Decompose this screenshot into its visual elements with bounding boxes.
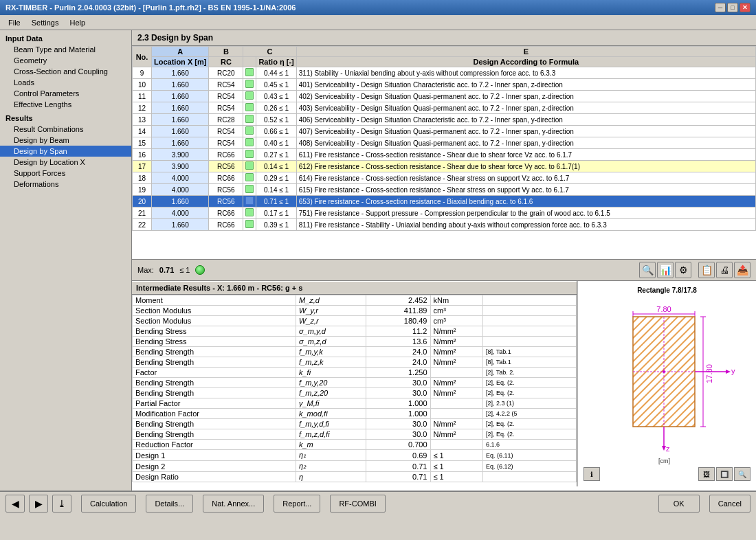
cs-info-btn[interactable]: ℹ (583, 467, 600, 481)
int-cell-symbol: f_m,y,k (296, 347, 366, 357)
view-btn-3[interactable]: ⚙ (675, 262, 691, 278)
sidebar-item-cross-section[interactable]: Cross-Section and Coupling (0, 66, 131, 77)
view-btn-2[interactable]: 📊 (657, 262, 674, 278)
int-cell-value: 2.452 (366, 295, 431, 306)
cs-view-btn[interactable]: 🖼 (698, 467, 715, 481)
table-row[interactable]: 19 4.000 RC56 0.14 ≤ 1 615) Fire resista… (133, 184, 756, 196)
cell-rc: RC54 (209, 91, 243, 102)
sidebar-item-beam-type[interactable]: Beam Type and Material (0, 44, 131, 55)
int-table-row[interactable]: Reduction Factor k_m 0.700 6.1.6 (133, 440, 577, 450)
int-cell-symbol: f_m,z,20 (296, 388, 366, 398)
int-cell-value: 180.49 (366, 316, 431, 326)
int-table-row[interactable]: Partial Factor γ_M,fi 1.000 [2], 2.3 (1) (133, 398, 577, 409)
int-table-row[interactable]: Design 2 η₂ 0.71 ≤ 1 Eq. (6.12) (133, 461, 577, 472)
table-row[interactable]: 11 1.660 RC54 0.43 ≤ 1 402) Serviceabili… (133, 91, 756, 102)
table-row[interactable]: 12 1.660 RC54 0.26 ≤ 1 403) Serviceabili… (133, 102, 756, 114)
cancel-button[interactable]: Cancel (709, 495, 751, 513)
max-label: Max: (137, 266, 154, 274)
cell-location: 3.900 (152, 149, 209, 161)
int-table-row[interactable]: Section Modulus W_y,r 411.89 cm³ (133, 306, 577, 316)
cs-zoom-btn[interactable]: 🔲 (716, 467, 733, 481)
int-table-row[interactable]: Bending Strength f_m,z,d,fi 30.0 N/mm² [… (133, 429, 577, 440)
int-table-row[interactable]: Section Modulus W_z,r 180.49 cm³ (133, 316, 577, 326)
int-table-row[interactable]: Bending Strength f_m,y,k 24.0 N/mm² [8],… (133, 347, 577, 357)
int-cell-ref (483, 337, 577, 347)
table-row[interactable]: 20 1.660 RC56 0.71 ≤ 1 653) Fire resista… (133, 196, 756, 207)
sidebar-item-control-params[interactable]: Control Parameters (0, 88, 131, 99)
int-cell-unit (430, 368, 483, 378)
main-table-container[interactable]: No. A B C E Location X [m] RC Ratio η [-… (132, 46, 756, 259)
nat-annex-button[interactable]: Nat. Annex... (203, 495, 264, 513)
sidebar-item-support-forces[interactable]: Support Forces (0, 168, 131, 179)
table-row[interactable]: 17 3.900 RC56 0.14 ≤ 1 612) Fire resista… (133, 161, 756, 172)
int-cell-ref: [2], 4.2.2 (5 (483, 409, 577, 419)
sidebar-item-deformations[interactable]: Deformations (0, 179, 131, 190)
close-button[interactable]: ✕ (740, 3, 751, 12)
int-table-row[interactable]: Factor k_fi 1.250 [2], Tab. 2. (133, 368, 577, 378)
cs-settings-btn[interactable]: 🔍 (734, 467, 751, 481)
int-cell-value: 1.250 (366, 368, 431, 378)
cell-indicator (243, 67, 256, 79)
rf-combi-button[interactable]: RF-COMBI (330, 495, 385, 513)
table-row[interactable]: 13 1.660 RC28 0.52 ≤ 1 406) Serviceabili… (133, 114, 756, 126)
int-cell-unit: N/mm² (430, 357, 483, 368)
cell-indicator (243, 79, 256, 91)
cell-no: 20 (133, 196, 152, 207)
table-row[interactable]: 10 1.660 RC54 0.45 ≤ 1 401) Serviceabili… (133, 79, 756, 91)
svg-marker-11 (726, 370, 731, 374)
table-row[interactable]: 9 1.660 RC20 0.44 ≤ 1 311) Stability - U… (133, 67, 756, 79)
intermediate-results-table[interactable]: Intermediate Results - X: 1.660 m - RC56… (132, 281, 577, 486)
int-cell-symbol: γ_M,fi (296, 398, 366, 409)
menu-help[interactable]: Help (64, 17, 91, 28)
view-btn-6[interactable]: 📤 (734, 262, 751, 278)
intermediate-data-table: Moment M_z,d 2.452 kNm Section Modulus W… (132, 295, 577, 482)
view-btn-4[interactable]: 📋 (698, 262, 715, 278)
int-table-row[interactable]: Bending Strength f_m,z,20 30.0 N/mm² [2]… (133, 388, 577, 398)
cell-rc: RC54 (209, 137, 243, 149)
maximize-button[interactable]: □ (727, 3, 738, 12)
sidebar-item-design-location[interactable]: Design by Location X (0, 157, 131, 168)
sidebar-item-loads[interactable]: Loads (0, 77, 131, 88)
details-button[interactable]: Details... (146, 495, 193, 513)
table-row[interactable]: 16 3.900 RC66 0.27 ≤ 1 611) Fire resista… (133, 149, 756, 161)
menu-file[interactable]: File (3, 17, 26, 28)
nav-next-btn[interactable]: ▶ (29, 495, 48, 513)
menu-settings[interactable]: Settings (26, 17, 65, 28)
int-cell-ref: [2], Eq. (2. (483, 429, 577, 440)
table-row[interactable]: 22 1.660 RC66 0.39 ≤ 1 811) Fire resista… (133, 219, 756, 231)
view-btn-5[interactable]: 🖨 (716, 262, 733, 278)
cell-location: 1.660 (152, 114, 209, 126)
calculation-button[interactable]: Calculation (81, 495, 136, 513)
int-table-row[interactable]: Bending Stress σ_m,y,d 11.2 N/mm² (133, 326, 577, 337)
table-row[interactable]: 21 4.000 RC66 0.17 ≤ 1 751) Fire resista… (133, 207, 756, 219)
cell-formula: 614) Fire resistance - Cross-section res… (296, 172, 755, 184)
nav-home-btn[interactable]: ⤓ (52, 495, 71, 513)
int-cell-value: 30.0 (366, 378, 431, 388)
sidebar-item-geometry[interactable]: Geometry (0, 55, 131, 66)
ok-button[interactable]: OK (658, 495, 700, 513)
int-table-row[interactable]: Bending Strength f_m,y,20 30.0 N/mm² [2]… (133, 378, 577, 388)
report-button[interactable]: Report... (274, 495, 320, 513)
nav-prev-btn[interactable]: ◀ (5, 495, 25, 513)
view-btn-1[interactable]: 🔍 (639, 262, 656, 278)
int-table-row[interactable]: Bending Strength f_m,y,d,fi 30.0 N/mm² [… (133, 419, 577, 429)
sidebar-item-result-combinations[interactable]: Result Combinations (0, 124, 131, 135)
sidebar-item-design-beam[interactable]: Design by Beam (0, 135, 131, 146)
int-cell-value: 24.0 (366, 347, 431, 357)
table-row[interactable]: 14 1.660 RC54 0.66 ≤ 1 407) Serviceabili… (133, 126, 756, 137)
int-table-row[interactable]: Design 1 η₁ 0.69 ≤ 1 Eq. (6.11) (133, 450, 577, 461)
int-table-row[interactable]: Bending Stress σ_m,z,d 13.6 N/mm² (133, 337, 577, 347)
sidebar-item-effective-lengths[interactable]: Effective Lengths (0, 99, 131, 110)
cross-section-view: Rectangle 7.8/17.8 7.80 (577, 281, 756, 486)
int-cell-ref: [2], Tab. 2. (483, 368, 577, 378)
cell-location: 1.660 (152, 102, 209, 114)
int-table-row[interactable]: Design Ratio η 0.71 ≤ 1 (133, 472, 577, 482)
int-table-row[interactable]: Bending Strength f_m,z,k 24.0 N/mm² [8],… (133, 357, 577, 368)
minimize-button[interactable]: ─ (715, 3, 726, 12)
int-table-row[interactable]: Moment M_z,d 2.452 kNm (133, 295, 577, 306)
int-table-row[interactable]: Modification Factor k_mod,fi 1.000 [2], … (133, 409, 577, 419)
table-row[interactable]: 15 1.660 RC54 0.40 ≤ 1 408) Serviceabili… (133, 137, 756, 149)
table-row[interactable]: 18 4.000 RC66 0.29 ≤ 1 614) Fire resista… (133, 172, 756, 184)
intermediate-results: Intermediate Results - X: 1.660 m - RC56… (132, 280, 756, 486)
sidebar-item-design-span[interactable]: Design by Span (0, 146, 131, 157)
